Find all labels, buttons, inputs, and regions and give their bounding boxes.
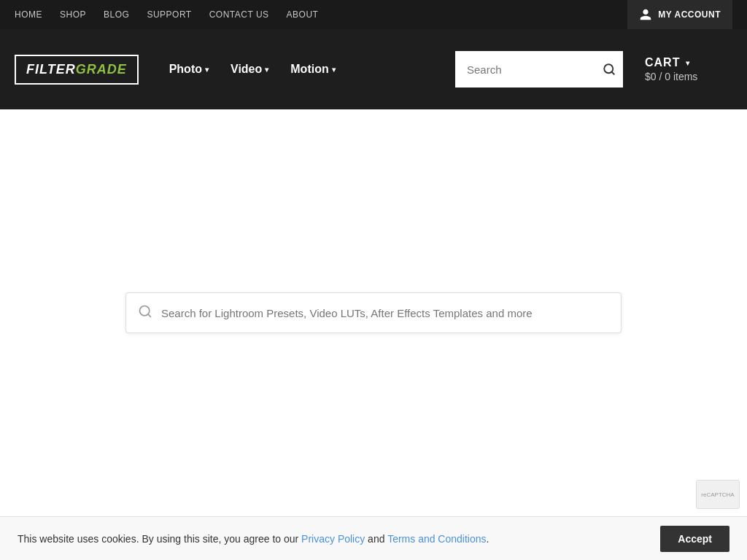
hero-search-input[interactable] [161, 307, 609, 319]
cookie-and: and [365, 533, 387, 545]
cart-amount: $0 [645, 71, 657, 82]
hero-search-container [125, 292, 622, 333]
account-icon [639, 8, 652, 21]
cart-top: CART ▾ [645, 56, 690, 69]
video-chevron-icon: ▾ [265, 66, 268, 74]
svg-line-3 [148, 314, 151, 316]
nav-shop[interactable]: SHOP [60, 9, 86, 20]
cookie-period: . [487, 533, 489, 545]
nav-support[interactable]: SUPPORT [147, 9, 191, 20]
top-nav-links: HOME SHOP BLOG SUPPORT CONTACT US ABOUT [15, 9, 318, 20]
nav-motion-label: Motion [290, 63, 328, 76]
logo-grade-text: GRADE [76, 62, 127, 77]
cart-price: $0 / 0 items [645, 71, 697, 82]
top-nav: HOME SHOP BLOG SUPPORT CONTACT US ABOUT … [0, 0, 747, 29]
motion-chevron-icon: ▾ [332, 66, 336, 74]
terms-conditions-link[interactable]: Terms and Conditions [387, 533, 486, 545]
logo-filter-text: FILTER [26, 62, 76, 77]
logo-container: FILTERGRADE [15, 55, 139, 85]
main-header: FILTERGRADE Photo ▾ Video ▾ Motion ▾ [0, 29, 747, 109]
nav-photo-label: Photo [169, 63, 202, 76]
recaptcha-text: reCAPTCHA [701, 491, 734, 498]
my-account-button[interactable]: MY ACCOUNT [627, 0, 732, 29]
accept-cookies-button[interactable]: Accept [660, 526, 729, 552]
nav-contact[interactable]: CONTACT US [209, 9, 269, 20]
cart-items-count: 0 items [665, 71, 697, 82]
cart-label: CART [645, 56, 680, 69]
recaptcha-widget: reCAPTCHA [696, 480, 740, 509]
my-account-label: MY ACCOUNT [658, 9, 721, 20]
nav-video-label: Video [231, 63, 262, 76]
nav-photo[interactable]: Photo ▾ [160, 57, 217, 82]
nav-about[interactable]: ABOUT [287, 9, 319, 20]
cart-chevron-icon: ▾ [686, 59, 690, 67]
logo-link[interactable]: FILTERGRADE [15, 55, 139, 85]
search-icon [603, 63, 616, 76]
cart-container[interactable]: CART ▾ $0 / 0 items [645, 56, 732, 82]
hero-search-icon [138, 304, 152, 322]
header-search-container [455, 51, 623, 88]
header-search-button[interactable] [603, 63, 616, 76]
hero-magnifier-icon [138, 304, 152, 319]
logo: FILTERGRADE [15, 55, 139, 85]
svg-line-1 [611, 71, 614, 74]
nav-blog[interactable]: BLOG [104, 9, 129, 20]
nav-video[interactable]: Video ▾ [222, 57, 277, 82]
nav-motion[interactable]: Motion ▾ [282, 57, 344, 82]
privacy-policy-link[interactable]: Privacy Policy [301, 533, 365, 545]
cookie-banner: This website uses cookies. By using this… [0, 516, 747, 560]
cookie-message: This website uses cookies. By using this… [18, 533, 301, 545]
cookie-text: This website uses cookies. By using this… [18, 533, 489, 545]
nav-home[interactable]: HOME [15, 9, 42, 20]
main-navigation: Photo ▾ Video ▾ Motion ▾ [160, 57, 433, 82]
main-content [0, 109, 747, 516]
photo-chevron-icon: ▾ [205, 66, 209, 74]
header-search-input[interactable] [455, 51, 623, 88]
